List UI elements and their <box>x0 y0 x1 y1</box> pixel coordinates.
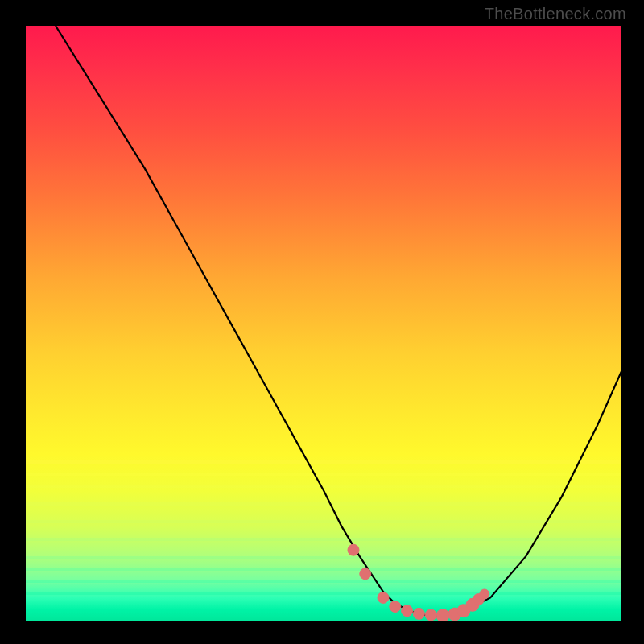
curve-marker <box>360 568 371 580</box>
curve-markers <box>348 544 489 621</box>
curve-marker <box>425 609 436 621</box>
curve-marker <box>402 605 413 617</box>
curve-marker <box>480 589 489 599</box>
curve-marker <box>436 609 449 621</box>
plot-area <box>24 24 623 623</box>
chart-frame: TheBottleneck.com <box>0 0 644 644</box>
curve-marker <box>413 608 424 619</box>
curve-marker <box>348 544 359 555</box>
bottleneck-curve-svg <box>26 26 621 621</box>
source-link[interactable]: TheBottleneck.com <box>485 5 626 23</box>
curve-marker <box>390 601 401 613</box>
bottleneck-curve <box>56 26 621 616</box>
curve-marker <box>378 592 389 603</box>
